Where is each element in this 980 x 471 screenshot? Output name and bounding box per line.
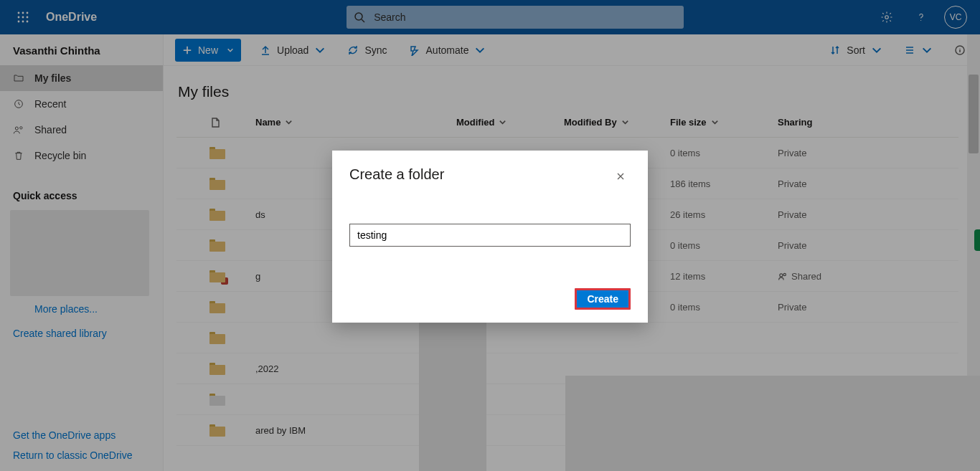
folder-name-input[interactable]: [349, 224, 631, 247]
modal-title: Create a folder: [349, 166, 444, 183]
modal-close-button[interactable]: [611, 166, 631, 186]
create-folder-modal: Create a folder Create: [332, 151, 648, 323]
modal-footer: Create: [349, 288, 631, 310]
create-button[interactable]: Create: [575, 288, 631, 310]
close-icon: [616, 172, 625, 181]
modal-header: Create a folder: [349, 166, 631, 186]
